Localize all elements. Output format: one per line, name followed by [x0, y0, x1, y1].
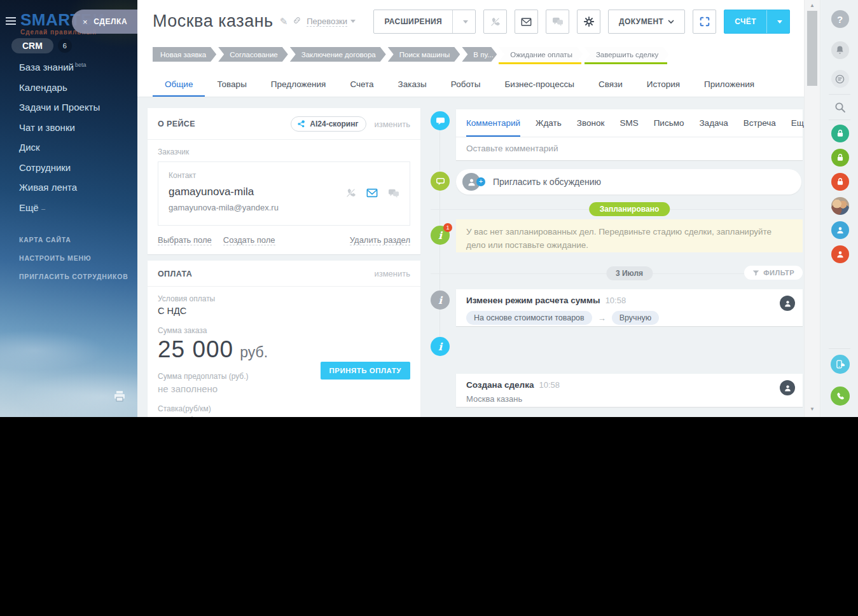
timeline-planned-info-icon: i 1: [431, 226, 450, 245]
chevron-down-icon: –: [41, 205, 45, 212]
contact-chat-icon[interactable]: [388, 188, 399, 201]
tl-tab-email[interactable]: Письмо: [654, 109, 684, 137]
question-icon: ?: [837, 14, 843, 25]
timeline-entry-sum-mode: Изменен режим расчета суммы 10:58 На осн…: [456, 289, 803, 326]
contact-panel: Контакт gamayunova-mila gamayunova-mila@…: [158, 161, 410, 226]
mobile-app-button[interactable]: [831, 355, 850, 374]
planned-badge: Запланировано: [589, 202, 670, 216]
payment-terms-value: С НДС: [158, 306, 410, 316]
contact-call-icon[interactable]: [345, 188, 356, 201]
comment-input[interactable]: Оставьте комментарий: [456, 137, 803, 160]
sidebar-item-crm[interactable]: CRM: [11, 38, 53, 53]
value-chip-from: На основе стоимости товаров: [466, 311, 592, 325]
plus-icon: +: [476, 177, 485, 186]
device-cloud-icon: [835, 359, 845, 369]
person-icon: [836, 226, 845, 235]
sidebar-item-tasks[interactable]: Задачи и Проекты: [19, 102, 100, 113]
rate-label: Ставка(руб/км): [158, 404, 410, 413]
create-field-link[interactable]: Создать поле: [223, 235, 275, 245]
section-title: О РЕЙСЕ: [158, 120, 291, 128]
customer-field-label: Заказчик: [158, 147, 410, 156]
no-activities-notice: У вас нет запланированных дел. Передвинь…: [456, 219, 803, 252]
order-amount-currency: руб.: [240, 344, 268, 361]
entry-title: Создана сделка: [466, 380, 534, 390]
search-button[interactable]: [832, 99, 848, 116]
notifications-button[interactable]: [831, 41, 849, 59]
sidebar: SMARTБИ Сделай правильный × СДЕЛКА CRM 6…: [0, 0, 137, 417]
scroll-down-arrow[interactable]: ▼: [805, 406, 820, 412]
planned-separator: Запланировано: [456, 202, 803, 216]
secure-chat-red[interactable]: [831, 173, 849, 191]
contact-email: gamayunova-mila@yandex.ru: [169, 203, 399, 212]
payment-card: ОПЛАТА изменить Условия оплаты С НДС Сум…: [148, 261, 420, 417]
edit-section-link[interactable]: изменить: [374, 269, 410, 278]
sidebar-item-employees[interactable]: Сотрудники: [19, 162, 100, 173]
tl-tab-sms[interactable]: SMS: [619, 109, 638, 137]
beta-badge: beta: [75, 62, 86, 68]
edit-section-link[interactable]: изменить: [374, 120, 410, 129]
hamburger-menu-icon[interactable]: [6, 15, 16, 27]
sitemap-link[interactable]: КАРТА САЙТА: [19, 236, 128, 243]
timeline-date-row: 3 Июля ФИЛЬТР: [456, 266, 803, 281]
lock-icon: [836, 177, 845, 186]
person-icon: [836, 250, 845, 259]
timeline-discussion-icon: [431, 172, 450, 191]
deal-slider-tab[interactable]: × СДЕЛКА: [72, 10, 137, 34]
secure-chat-green[interactable]: [831, 149, 849, 167]
lock-icon: [836, 129, 845, 138]
alert-count-badge: 1: [443, 223, 452, 232]
contact-email-icon[interactable]: [366, 188, 378, 200]
invite-to-discussion[interactable]: + Пригласить к обсуждению: [456, 169, 801, 195]
sidebar-item-calendar[interactable]: Календарь: [19, 82, 100, 93]
accept-payment-button[interactable]: ПРИНЯТЬ ОПЛАТУ: [321, 362, 410, 380]
entry-time: 10:58: [539, 380, 560, 390]
delete-section-link[interactable]: Удалить раздел: [350, 235, 410, 245]
close-icon[interactable]: ×: [83, 17, 88, 27]
section-title: ОПЛАТА: [158, 270, 374, 278]
sidebar-item-more[interactable]: Ещё –: [19, 202, 100, 213]
arrow-right-icon: →: [598, 313, 606, 323]
scroll-up-arrow[interactable]: ▲: [805, 3, 820, 8]
lock-icon: [836, 153, 845, 162]
timeline-created-info-icon: i: [431, 337, 450, 356]
user-chat-red[interactable]: [831, 245, 849, 263]
tl-tab-call[interactable]: Звонок: [577, 109, 605, 137]
entry-time: 10:58: [605, 296, 626, 305]
timeline-history-info-icon: i: [431, 291, 450, 310]
ai-scoring-button[interactable]: AI24-скоринг: [291, 116, 366, 132]
right-rail: ?: [822, 0, 858, 417]
about-trip-card: О РЕЙСЕ AI24-скоринг изменить Заказчик К…: [148, 108, 420, 254]
help-button[interactable]: ?: [831, 10, 849, 28]
funnel-icon: [752, 270, 759, 277]
sidebar-item-feed[interactable]: Живая лента: [19, 182, 100, 193]
telephony-button[interactable]: [831, 387, 850, 406]
configure-menu-link[interactable]: НАСТРОИТЬ МЕНЮ: [19, 254, 128, 262]
invite-employees-link[interactable]: ПРИГЛАСИТЬ СОТРУДНИКОВ: [19, 273, 128, 280]
sidebar-item-knowledge[interactable]: База знанийbeta: [19, 62, 100, 72]
tl-tab-comment[interactable]: Комментарий: [466, 109, 520, 137]
sidebar-item-chat[interactable]: Чат и звонки: [19, 122, 100, 133]
scrollbar-thumb[interactable]: [807, 11, 817, 86]
tl-tab-task[interactable]: Задача: [699, 109, 728, 137]
filter-button[interactable]: ФИЛЬТР: [744, 266, 803, 280]
group-chat-avatar[interactable]: [831, 197, 849, 215]
sidebar-item-disk[interactable]: Диск: [19, 142, 100, 153]
search-icon: [834, 101, 847, 114]
secure-chat-teal[interactable]: [831, 125, 849, 142]
timeline-stream-button[interactable]: [831, 70, 849, 88]
value-chip-to: Вручную: [612, 311, 659, 325]
payment-terms-label: Условия оплаты: [158, 294, 410, 303]
user-chat-blue[interactable]: [831, 221, 849, 239]
entry-title: Изменен режим расчета суммы: [466, 296, 600, 305]
rate-value: 7,00 руб: [158, 416, 410, 417]
tl-tab-meeting[interactable]: Встреча: [744, 109, 776, 137]
timeline-comment-icon: [431, 111, 450, 130]
vertical-scrollbar[interactable]: ▲ ▼: [804, 0, 820, 417]
printer-icon[interactable]: [113, 390, 126, 404]
tl-tab-wait[interactable]: Ждать: [536, 109, 562, 137]
select-field-link[interactable]: Выбрать поле: [158, 235, 212, 245]
ai-molecule-icon: [297, 120, 306, 128]
crm-counter-badge: 6: [58, 39, 72, 53]
timeline-entry-deal-created: Создана сделка 10:58 Москва казань: [456, 374, 803, 407]
phone-icon: [835, 392, 845, 401]
